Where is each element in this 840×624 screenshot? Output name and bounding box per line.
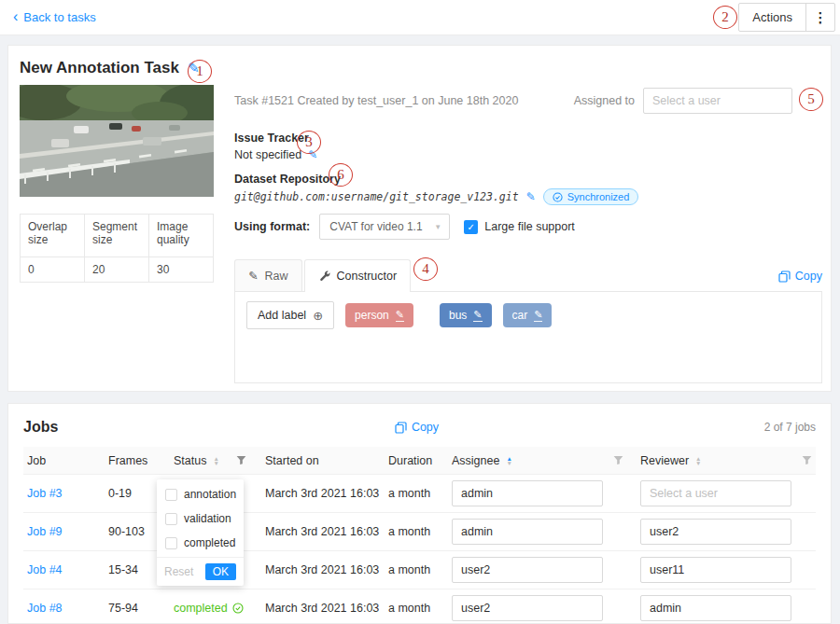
- copy-jobs-link[interactable]: Copy: [395, 421, 439, 434]
- filter-ok-button[interactable]: OK: [205, 563, 236, 580]
- actions-button[interactable]: Actions: [739, 4, 806, 31]
- reviewer-input[interactable]: [640, 557, 791, 583]
- annotation-circle-3: 3: [297, 131, 321, 154]
- jobs-card: Jobs Copy 2 of 7 jobs Job Frames Status …: [7, 403, 832, 624]
- status-cell: completed: [170, 602, 261, 615]
- copy-labels-link[interactable]: Copy: [778, 270, 822, 291]
- table-row: Job #8 75-94 completed March 3rd 2021 16…: [23, 589, 816, 624]
- format-select[interactable]: CVAT for video 1.1 ▼: [319, 214, 450, 240]
- filter-icon[interactable]: [613, 455, 623, 465]
- kebab-icon: ⋮: [814, 9, 828, 25]
- edit-icon[interactable]: ✎: [473, 309, 482, 321]
- label-chip-person[interactable]: person ✎: [345, 303, 413, 327]
- edit-icon[interactable]: ✎: [396, 309, 404, 321]
- tab-constructor[interactable]: Constructor: [304, 259, 412, 291]
- large-file-support-row: ✓ Large file support: [464, 220, 575, 234]
- started-on-cell: March 3rd 2021 16:03: [261, 525, 385, 538]
- annotation-circle-1: 1: [188, 60, 212, 83]
- checkbox-unchecked[interactable]: [165, 537, 177, 549]
- label-chip-bus[interactable]: bus ✎: [440, 303, 492, 327]
- sort-icons[interactable]: ▲▼: [506, 456, 511, 465]
- task-details-card: New Annotation Task ✎: [7, 45, 832, 392]
- copy-jobs-label: Copy: [412, 421, 439, 434]
- edit-repository-icon[interactable]: ✎: [526, 190, 536, 203]
- filter-icon[interactable]: [236, 455, 246, 465]
- table-row: Job #3 0-19 March 3rd 2021 16:03 a month: [23, 475, 816, 513]
- column-header-assignee: Assignee ▲▼: [448, 447, 637, 474]
- assignee-input[interactable]: [452, 595, 603, 621]
- task-preview-image: [20, 85, 214, 197]
- check-circle-icon: [232, 603, 244, 614]
- job-link[interactable]: Job #4: [27, 563, 63, 576]
- param-value-segment: 20: [85, 257, 149, 283]
- sync-status-badge[interactable]: Synchronized: [543, 188, 639, 205]
- checkbox-unchecked[interactable]: [165, 513, 177, 525]
- filter-option-annotation[interactable]: annotation: [157, 482, 244, 506]
- issue-tracker-value: Not specified: [234, 148, 301, 161]
- job-link[interactable]: Job #9: [27, 525, 63, 538]
- format-select-value: CVAT for video 1.1: [329, 220, 422, 233]
- assignee-input[interactable]: [452, 557, 603, 583]
- filter-icon[interactable]: [802, 455, 812, 465]
- checkbox-unchecked[interactable]: [165, 489, 177, 501]
- duration-cell: a month: [385, 525, 448, 538]
- dataset-repository-url: git@github.com:username/git_storage_v123…: [234, 190, 519, 203]
- back-label: Back to tasks: [23, 10, 95, 24]
- duration-cell: a month: [385, 563, 448, 576]
- reviewer-input[interactable]: [640, 595, 791, 621]
- task-meta-text: Task #1521 Created by test_user_1 on Jun…: [234, 94, 518, 107]
- sort-icons[interactable]: ▲▼: [213, 456, 218, 465]
- dataset-repository-label: Dataset Repository: [234, 173, 341, 186]
- column-header-duration: Duration: [385, 447, 448, 474]
- frames-cell: 75-94: [105, 602, 170, 615]
- actions-button-group: Actions ⋮: [738, 3, 835, 32]
- task-title-row: New Annotation Task ✎: [20, 59, 200, 77]
- using-format-label: Using format:: [234, 220, 310, 233]
- assigned-to-input[interactable]: [643, 88, 792, 114]
- duration-cell: a month: [385, 602, 448, 615]
- reviewer-input[interactable]: [640, 519, 791, 545]
- column-header-started-on: Started on: [261, 447, 385, 474]
- wrench-icon: [318, 270, 330, 282]
- add-label-button[interactable]: Add label ⊕: [246, 301, 334, 329]
- annotation-circle-6: 6: [329, 163, 353, 187]
- copy-icon: [778, 270, 791, 283]
- param-header-quality: Image quality: [149, 215, 214, 257]
- assignee-input[interactable]: [452, 519, 603, 545]
- chevron-down-icon: ▼: [434, 223, 441, 231]
- label-chip-car[interactable]: car ✎: [503, 303, 553, 327]
- sort-icons[interactable]: ▲▼: [695, 456, 701, 465]
- job-link[interactable]: Job #3: [27, 487, 63, 500]
- param-header-segment: Segment size: [85, 215, 149, 257]
- plus-circle-icon: ⊕: [313, 309, 323, 323]
- edit-icon: ✎: [248, 269, 258, 283]
- annotation-circle-5: 5: [799, 88, 823, 111]
- status-filter-dropdown: annotation validation completed Reset OK: [157, 479, 244, 586]
- large-file-support-checkbox[interactable]: ✓: [464, 220, 478, 234]
- started-on-cell: March 3rd 2021 16:03: [261, 487, 385, 500]
- format-row: Using format: CVAT for video 1.1 ▼ ✓ Lar…: [234, 214, 575, 240]
- back-to-tasks-link[interactable]: ‹ Back to tasks: [13, 10, 96, 24]
- job-link[interactable]: Job #8: [27, 602, 63, 615]
- filter-option-validation[interactable]: validation: [157, 506, 244, 531]
- column-header-job: Job: [23, 447, 105, 474]
- task-title: New Annotation Task: [20, 59, 179, 77]
- tab-raw[interactable]: ✎ Raw: [234, 259, 302, 291]
- task-left-column: Overlap size Segment size Image quality …: [20, 85, 214, 283]
- labels-tab-bar: ✎ Raw Constructor Copy: [234, 260, 822, 292]
- copy-labels-label: Copy: [795, 270, 822, 283]
- assignee-input[interactable]: [452, 480, 603, 506]
- jobs-table: Job Frames Status ▲▼ Started on Duration…: [23, 447, 816, 624]
- filter-option-completed[interactable]: completed: [157, 531, 244, 555]
- column-header-reviewer: Reviewer ▲▼: [637, 447, 816, 474]
- param-value-overlap: 0: [21, 257, 85, 283]
- edit-icon[interactable]: ✎: [534, 309, 542, 321]
- table-row: Job #4 15-34 March 3rd 2021 16:03 a mont…: [23, 551, 816, 589]
- table-row: Job #9 90-103 March 3rd 2021 16:03 a mon…: [23, 513, 816, 551]
- reviewer-input[interactable]: [640, 480, 791, 506]
- assigned-to-row: Assigned to: [574, 88, 792, 114]
- filter-reset-button[interactable]: Reset: [164, 565, 193, 578]
- more-options-button[interactable]: ⋮: [806, 4, 834, 31]
- jobs-header: Jobs Copy 2 of 7 jobs: [8, 404, 831, 447]
- filter-option-label: annotation: [184, 488, 236, 501]
